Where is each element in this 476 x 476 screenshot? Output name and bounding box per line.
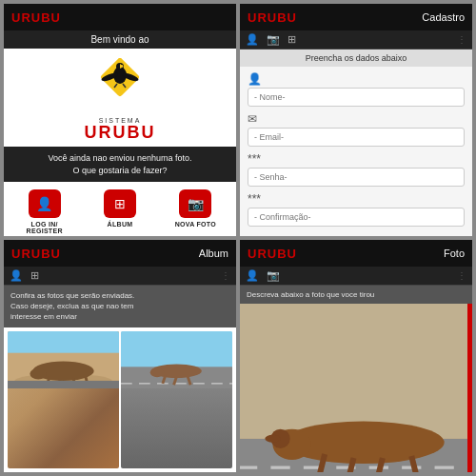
foto-nav-person[interactable]: 👤 bbox=[246, 269, 259, 282]
password-input[interactable] bbox=[248, 168, 465, 187]
confirm-icon-row: *** bbox=[248, 192, 465, 206]
action-buttons-row1: 👤 LOG IN/REGISTER ⊞ ÁLBUM 📷 NOVA FOTO bbox=[4, 182, 236, 236]
name-icon-row: 👤 bbox=[248, 72, 465, 86]
grid-icon: ⊞ bbox=[288, 33, 296, 46]
nova-foto-label: NOVA FOTO bbox=[175, 221, 216, 228]
message-text: Você ainda nao enviou nenhuma foto.O que… bbox=[48, 153, 191, 175]
email-field-group: ✉ bbox=[248, 112, 465, 147]
album-header: URUBU Album bbox=[4, 240, 236, 267]
login-label: LOG IN/REGISTER bbox=[27, 221, 63, 234]
welcome-header: URUBU bbox=[4, 4, 236, 30]
email-envelope-icon: ✉ bbox=[248, 112, 257, 126]
album-desc-text: Confira as fotos que serão enviadas.Caso… bbox=[10, 291, 134, 321]
confirm-input[interactable] bbox=[248, 208, 465, 227]
svg-point-4 bbox=[121, 65, 123, 67]
album-nav-person[interactable]: 👤 bbox=[10, 269, 23, 282]
password-icon-row: *** bbox=[248, 152, 465, 166]
foto-nav-camera[interactable]: 📷 bbox=[267, 269, 280, 282]
svg-rect-18 bbox=[8, 381, 119, 388]
camera-icon: 📷 bbox=[267, 33, 280, 46]
foto-title: Foto bbox=[444, 248, 465, 259]
foto-description: Descreva abaixo a foto que voce tirou bbox=[240, 286, 472, 304]
svg-rect-31 bbox=[240, 304, 467, 439]
screen-foto: URUBU Foto 👤 📷 ⋮ Descreva abaixo a foto … bbox=[240, 240, 472, 472]
foto-dead-animal-image bbox=[240, 304, 467, 472]
album-nav-grid[interactable]: ⊞ bbox=[30, 269, 39, 282]
foto-nav-dots: ⋮ bbox=[457, 270, 466, 281]
nav-grid-tab[interactable]: ⊞ bbox=[288, 33, 296, 46]
form-subtitle: Preencha os dados abaixo bbox=[240, 50, 472, 67]
nav-camera-tab[interactable]: 📷 bbox=[267, 33, 280, 46]
person-icon: 👤 bbox=[246, 33, 259, 46]
nav-person-tab[interactable]: 👤 bbox=[246, 33, 259, 46]
album-description: Confira as fotos que serão enviadas.Caso… bbox=[4, 286, 236, 327]
password-field-group: *** bbox=[248, 152, 465, 187]
screen-welcome: URUBU Bem vindo ao SISTEMA URUBU bbox=[4, 4, 236, 236]
screen-album: URUBU Album 👤 ⊞ ⋮ Confira as fotos que s… bbox=[4, 240, 236, 472]
foto-image bbox=[240, 304, 467, 472]
cadastro-nav: 👤 📷 ⊞ ⋮ bbox=[240, 30, 472, 50]
svg-rect-17 bbox=[8, 331, 119, 353]
logo-urubu-text: URUBU bbox=[85, 124, 156, 141]
foto-person-icon: 👤 bbox=[246, 269, 259, 282]
album-thumb-1[interactable] bbox=[8, 331, 119, 468]
album-thumb-2[interactable] bbox=[121, 331, 232, 468]
foto-nav: 👤 📷 ⋮ bbox=[240, 267, 472, 286]
email-input[interactable] bbox=[248, 128, 465, 147]
screen-cadastro: URUBU Cadastro 👤 📷 ⊞ ⋮ Preencha os dados… bbox=[240, 4, 472, 236]
brand-logo-album: URUBU bbox=[11, 247, 61, 261]
foto-camera-icon: 📷 bbox=[267, 269, 280, 282]
album-button[interactable]: ⊞ ÁLBUM bbox=[85, 189, 154, 234]
name-field-group: 👤 bbox=[248, 72, 465, 107]
album-label: ÁLBUM bbox=[108, 221, 133, 228]
cadastro-title: Cadastro bbox=[422, 11, 465, 23]
svg-point-39 bbox=[265, 435, 280, 443]
svg-point-12 bbox=[30, 367, 47, 379]
nova-foto-icon: 📷 bbox=[179, 189, 211, 218]
cadastro-header: URUBU Cadastro bbox=[240, 4, 472, 30]
dead-animal-thumb-1 bbox=[8, 331, 119, 388]
bird-logo-icon bbox=[91, 58, 149, 115]
logo-area: SISTEMA URUBU bbox=[4, 49, 236, 147]
name-person-icon: 👤 bbox=[248, 72, 262, 86]
album-grid-icon: ⊞ bbox=[30, 269, 39, 282]
login-icon: 👤 bbox=[29, 189, 61, 218]
foto-main-area bbox=[240, 304, 472, 472]
welcome-banner: Bem vindo ao bbox=[4, 30, 236, 49]
foto-header: URUBU Foto bbox=[240, 240, 472, 267]
password-stars: *** bbox=[248, 152, 261, 166]
email-icon-row: ✉ bbox=[248, 112, 465, 126]
album-icon: ⊞ bbox=[104, 189, 136, 218]
nav-dots: ⋮ bbox=[457, 34, 466, 45]
album-image-grid bbox=[4, 327, 236, 472]
album-person-icon: 👤 bbox=[10, 269, 23, 282]
confirm-field-group: *** bbox=[248, 192, 465, 227]
form-area: Preencha os dados abaixo 👤 ✉ *** bbox=[240, 50, 472, 236]
form-fields: 👤 ✉ *** *** bbox=[240, 67, 472, 236]
login-register-button[interactable]: 👤 LOG IN/REGISTER bbox=[10, 189, 79, 234]
dead-animal-thumb-2 bbox=[121, 331, 232, 388]
foto-red-bar bbox=[467, 304, 472, 472]
svg-point-24 bbox=[150, 367, 165, 377]
nova-foto-button[interactable]: 📷 NOVA FOTO bbox=[161, 189, 230, 234]
foto-desc-text: Descreva abaixo a foto que voce tirou bbox=[247, 290, 374, 299]
brand-logo-foto: URUBU bbox=[248, 247, 297, 261]
album-nav-dots: ⋮ bbox=[221, 270, 230, 281]
name-input[interactable] bbox=[248, 88, 465, 107]
brand-logo-cadastro: URUBU bbox=[248, 10, 297, 25]
album-title: Album bbox=[199, 248, 228, 259]
brand-logo: URUBU bbox=[11, 10, 61, 25]
album-nav: 👤 ⊞ ⋮ bbox=[4, 267, 236, 286]
message-box: Você ainda nao enviou nenhuma foto.O que… bbox=[4, 147, 236, 182]
confirm-stars: *** bbox=[248, 192, 261, 206]
logo-text-group: SISTEMA URUBU bbox=[85, 117, 156, 141]
